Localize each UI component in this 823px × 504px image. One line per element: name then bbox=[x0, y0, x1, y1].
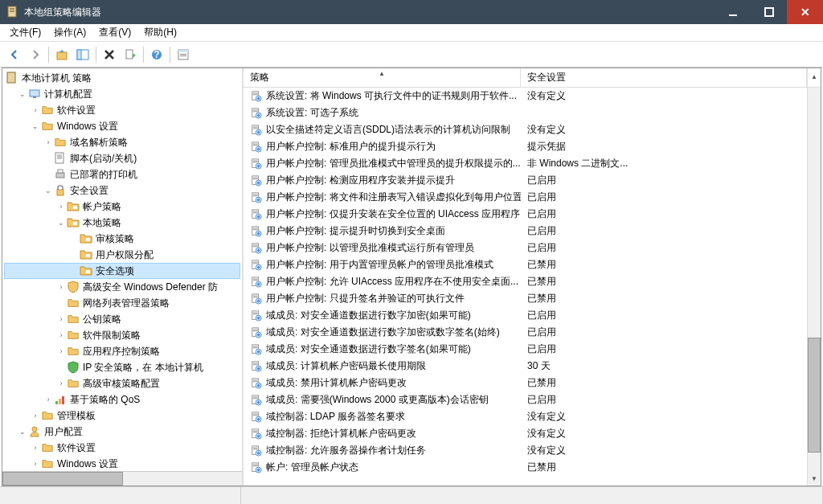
tree-deployed-printers[interactable]: 已部署的打印机 bbox=[4, 166, 240, 182]
policy-list[interactable]: 系统设置: 将 Windows 可执行文件中的证书规则用于软件...没有定义系统… bbox=[244, 88, 807, 486]
expand-icon[interactable]: › bbox=[55, 346, 67, 357]
tree-user-config[interactable]: ⌄ 用户配置 bbox=[4, 424, 240, 440]
menu-help[interactable]: 帮助(H) bbox=[137, 24, 183, 41]
collapse-icon[interactable]: ⌄ bbox=[43, 185, 54, 196]
policy-name-cell: 域成员: 需要强(Windows 2000 或更高版本)会话密钥 bbox=[244, 393, 521, 407]
scrollbar-thumb[interactable] bbox=[2, 472, 123, 486]
policy-item-icon bbox=[250, 309, 263, 322]
scroll-down-icon[interactable]: ▼ bbox=[808, 472, 821, 486]
tree-ip-security[interactable]: IP 安全策略，在 本地计算机 bbox=[4, 359, 240, 375]
policy-row[interactable]: 域成员: 对安全通道数据进行数字签名(如果可能)已启用 bbox=[244, 341, 807, 358]
tree-local-policies[interactable]: ⌄ 本地策略 bbox=[4, 215, 240, 231]
tree-security-options[interactable]: 安全选项 bbox=[4, 263, 240, 279]
policy-row[interactable]: 系统设置: 可选子系统 bbox=[244, 104, 807, 121]
vertical-scrollbar[interactable]: ▼ bbox=[807, 88, 821, 486]
policy-row[interactable]: 用户帐户控制: 管理员批准模式中管理员的提升权限提示的...非 Windows … bbox=[244, 155, 807, 172]
tree-root[interactable]: 本地计算机 策略 bbox=[4, 70, 240, 86]
policy-row[interactable]: 域成员: 需要强(Windows 2000 或更高版本)会话密钥已启用 bbox=[244, 391, 807, 408]
policy-row[interactable]: 用户帐户控制: 将文件和注册表写入错误虚拟化到每用户位置已启用 bbox=[244, 189, 807, 206]
policy-name-label: 域控制器: 拒绝计算机帐户密码更改 bbox=[266, 427, 416, 440]
tree-advanced-audit[interactable]: › 高级审核策略配置 bbox=[4, 375, 240, 391]
expand-icon[interactable]: › bbox=[55, 201, 67, 212]
help-button[interactable]: ? bbox=[147, 45, 166, 64]
tree-scripts[interactable]: 脚本(启动/关机) bbox=[4, 150, 240, 166]
expand-icon[interactable]: › bbox=[55, 313, 67, 325]
properties-button[interactable] bbox=[174, 45, 193, 64]
tree-windows-settings[interactable]: ⌄ Windows 设置 bbox=[4, 118, 240, 134]
up-button[interactable] bbox=[52, 45, 72, 64]
policy-row[interactable]: 域成员: 对安全通道数据进行数字加密(如果可能)已启用 bbox=[244, 307, 807, 324]
policy-row[interactable]: 帐户: 管理员帐户状态已禁用 bbox=[244, 459, 807, 476]
policy-row[interactable]: 系统设置: 将 Windows 可执行文件中的证书规则用于软件...没有定义 bbox=[244, 88, 807, 104]
policy-row[interactable]: 用户帐户控制: 提示提升时切换到安全桌面已启用 bbox=[244, 223, 807, 240]
svg-rect-127 bbox=[257, 350, 260, 352]
policy-name-label: 域成员: 禁用计算机帐户密码更改 bbox=[266, 376, 407, 390]
expand-icon[interactable]: › bbox=[30, 410, 41, 421]
tree-software-settings[interactable]: › 软件设置 bbox=[4, 102, 240, 118]
policy-row[interactable]: 用户帐户控制: 仅提升安装在安全位置的 UIAccess 应用程序已启用 bbox=[244, 206, 807, 223]
policy-row[interactable]: 用户帐户控制: 只提升签名并验证的可执行文件已禁用 bbox=[244, 290, 807, 307]
policy-row[interactable]: 域成员: 计算机帐户密码最长使用期限30 天 bbox=[244, 358, 807, 375]
menu-file[interactable]: 文件(F) bbox=[3, 24, 47, 41]
tree-account-policies[interactable]: › 帐户策略 bbox=[4, 199, 240, 215]
tree-public-key[interactable]: › 公钥策略 bbox=[4, 311, 240, 327]
policy-row[interactable]: 域成员: 对安全通道数据进行数字加密或数字签名(始终)已启用 bbox=[244, 324, 807, 341]
expand-icon[interactable]: › bbox=[43, 137, 54, 148]
expand-icon[interactable]: › bbox=[55, 330, 67, 341]
maximize-button[interactable] bbox=[751, 0, 787, 24]
column-header-setting[interactable]: 安全设置 bbox=[521, 68, 807, 87]
expand-icon[interactable]: › bbox=[43, 394, 54, 405]
collapse-icon[interactable]: ⌄ bbox=[17, 88, 28, 100]
policy-row[interactable]: 以安全描述符定义语言(SDDL)语法表示的计算机访问限制没有定义 bbox=[244, 121, 807, 138]
tree-software-restriction[interactable]: › 软件限制策略 bbox=[4, 327, 240, 343]
policy-row[interactable]: 用户帐户控制: 标准用户的提升提示行为提示凭据 bbox=[244, 138, 807, 155]
policy-row[interactable]: 域控制器: LDAP 服务器签名要求没有定义 bbox=[244, 408, 807, 425]
tree-windows-defender[interactable]: › 高级安全 Windows Defender 防 bbox=[4, 279, 240, 295]
close-button[interactable]: ✕ bbox=[787, 0, 823, 24]
tree-security-settings[interactable]: ⌄ 安全设置 bbox=[4, 182, 240, 199]
tree-user-software[interactable]: › 软件设置 bbox=[4, 440, 240, 456]
delete-button[interactable] bbox=[100, 45, 119, 64]
tree-computer-config[interactable]: ⌄ 计算机配置 bbox=[4, 86, 240, 102]
tree-user-windows[interactable]: › Windows 设置 bbox=[4, 456, 240, 471]
policy-row[interactable]: 用户帐户控制: 以管理员批准模式运行所有管理员已启用 bbox=[244, 240, 807, 256]
collapse-icon[interactable]: ⌄ bbox=[17, 426, 28, 437]
policy-name-cell: 域控制器: 允许服务器操作者计划任务 bbox=[244, 444, 521, 457]
policy-setting-cell: 已启用 bbox=[521, 309, 807, 322]
tree-horizontal-scrollbar[interactable] bbox=[2, 471, 242, 486]
tree-admin-templates[interactable]: › 管理模板 bbox=[4, 408, 240, 424]
menu-view[interactable]: 查看(V) bbox=[92, 24, 137, 41]
scroll-up-icon[interactable]: ▲ bbox=[808, 68, 821, 86]
policy-row[interactable]: 域控制器: 拒绝计算机帐户密码更改没有定义 bbox=[244, 425, 807, 442]
tree-audit-policy[interactable]: 审核策略 bbox=[4, 231, 240, 247]
minimize-button[interactable] bbox=[714, 0, 751, 24]
app-icon bbox=[6, 6, 19, 18]
menu-action[interactable]: 操作(A) bbox=[47, 24, 92, 41]
expand-icon[interactable]: › bbox=[55, 378, 67, 389]
expand-icon[interactable]: › bbox=[30, 104, 41, 116]
tree-user-rights[interactable]: 用户权限分配 bbox=[4, 247, 240, 263]
policy-row[interactable]: 用户帐户控制: 用于内置管理员帐户的管理员批准模式已禁用 bbox=[244, 256, 807, 273]
tree-network-list[interactable]: 网络列表管理器策略 bbox=[4, 295, 240, 311]
forward-button[interactable] bbox=[26, 45, 45, 64]
folder-icon bbox=[67, 345, 80, 358]
expand-icon[interactable]: › bbox=[30, 442, 41, 453]
policy-item-icon bbox=[250, 191, 263, 204]
policy-row[interactable]: 域成员: 禁用计算机帐户密码更改已禁用 bbox=[244, 375, 807, 391]
scrollbar-thumb[interactable] bbox=[808, 338, 821, 453]
tree-app-control[interactable]: › 应用程序控制策略 bbox=[4, 343, 240, 359]
collapse-icon[interactable]: ⌄ bbox=[30, 121, 41, 132]
expand-icon[interactable]: › bbox=[55, 281, 67, 293]
tree-content[interactable]: 本地计算机 策略 ⌄ 计算机配置 › 软件设置 ⌄ Windows 设置 › 域… bbox=[2, 68, 242, 471]
policy-row[interactable]: 用户帐户控制: 允许 UIAccess 应用程序在不使用安全桌面...已禁用 bbox=[244, 273, 807, 290]
back-button[interactable] bbox=[5, 45, 24, 64]
tree-name-resolution[interactable]: › 域名解析策略 bbox=[4, 134, 240, 150]
show-hide-tree-button[interactable] bbox=[73, 45, 92, 64]
policy-row[interactable]: 域控制器: 允许服务器操作者计划任务没有定义 bbox=[244, 442, 807, 459]
collapse-icon[interactable]: ⌄ bbox=[55, 217, 67, 228]
policy-row[interactable]: 用户帐户控制: 检测应用程序安装并提示提升已启用 bbox=[244, 172, 807, 189]
export-button[interactable] bbox=[121, 45, 140, 64]
expand-icon[interactable]: › bbox=[30, 458, 41, 469]
column-header-policy[interactable]: ▲ 策略 bbox=[244, 68, 521, 87]
tree-policy-qos[interactable]: › 基于策略的 QoS bbox=[4, 391, 240, 408]
